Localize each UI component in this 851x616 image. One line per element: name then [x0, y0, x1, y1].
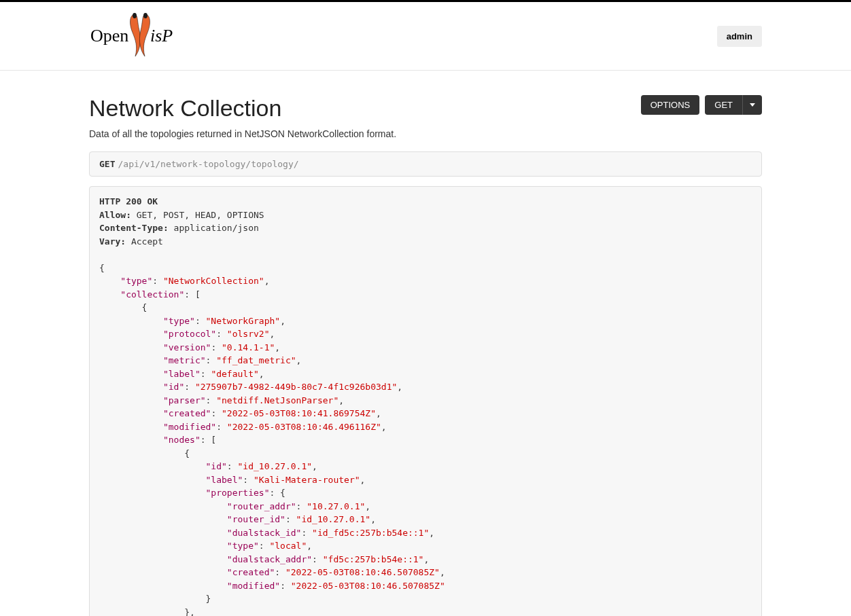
- caret-down-icon: [750, 103, 755, 107]
- status-line: HTTP 200 OK: [99, 196, 158, 206]
- svg-point-1: [143, 13, 147, 18]
- header-allow-key: Allow:: [99, 210, 131, 220]
- svg-text:isP: isP: [150, 26, 173, 46]
- get-dropdown-toggle[interactable]: [742, 95, 762, 115]
- header-ctype-val: application/json: [169, 223, 259, 233]
- header-vary-val: Accept: [126, 236, 163, 247]
- request-path: /api/v1/network-topology/topology/: [118, 159, 298, 169]
- header-vary-key: Vary:: [99, 236, 126, 247]
- admin-button[interactable]: admin: [717, 26, 762, 47]
- get-button[interactable]: GET: [705, 95, 742, 115]
- svg-point-0: [133, 13, 137, 18]
- response-box: HTTP 200 OK Allow: GET, POST, HEAD, OPTI…: [89, 186, 762, 616]
- page-title: Network Collection: [89, 95, 281, 122]
- response-json-body: { "type": "NetworkCollection", "collecti…: [99, 248, 752, 616]
- header: Open isP admin: [0, 2, 851, 71]
- main-content: Network Collection OPTIONS GET Data of a…: [79, 71, 772, 616]
- header-ctype-key: Content-Type:: [99, 223, 169, 233]
- page-description: Data of all the topologies returned in N…: [89, 128, 762, 139]
- logo[interactable]: Open isP: [89, 9, 191, 63]
- options-button[interactable]: OPTIONS: [641, 95, 700, 115]
- header-allow-val: GET, POST, HEAD, OPTIONS: [131, 210, 264, 220]
- svg-text:Open: Open: [90, 26, 128, 46]
- action-buttons: OPTIONS GET: [641, 95, 762, 115]
- request-method: GET: [99, 159, 115, 169]
- request-box: GET/api/v1/network-topology/topology/: [89, 151, 762, 177]
